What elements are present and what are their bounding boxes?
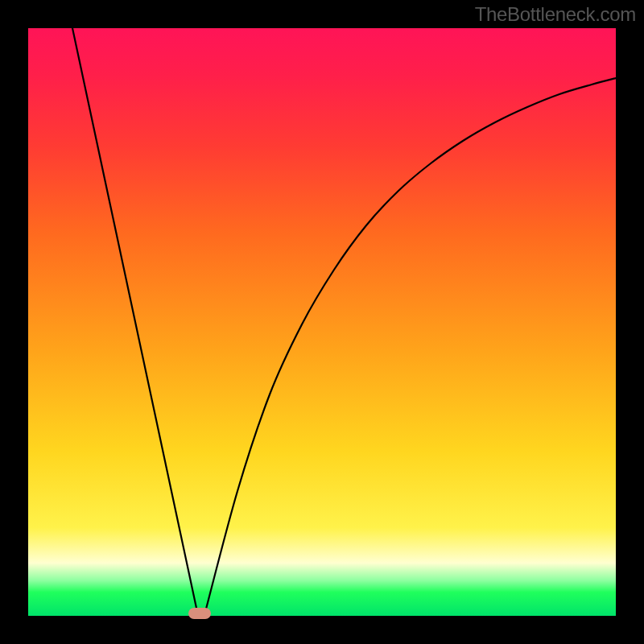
- cusp-marker: [188, 608, 211, 619]
- curve-left-branch: [72, 28, 197, 612]
- watermark-text: TheBottleneck.com: [475, 3, 636, 26]
- plot-area: [28, 28, 616, 616]
- bottleneck-curve: [28, 28, 616, 616]
- curve-right-branch: [205, 78, 616, 612]
- chart-container: TheBottleneck.com: [0, 0, 644, 644]
